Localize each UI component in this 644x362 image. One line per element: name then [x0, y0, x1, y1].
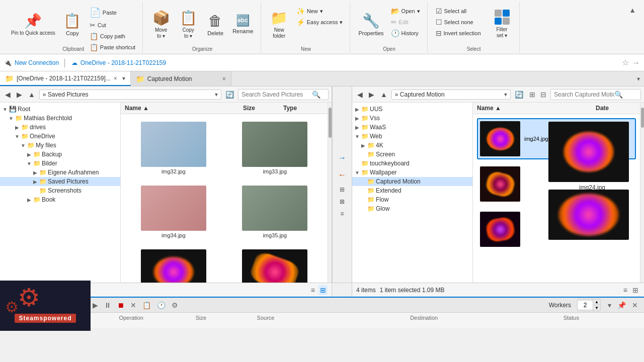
filter-set-button[interactable]: Filterset ▾	[489, 4, 515, 44]
file-item-img32[interactable]: img32.jpg	[125, 118, 222, 178]
list-button[interactable]: ≡	[338, 209, 346, 218]
new-button[interactable]: ✨ New ▾	[293, 6, 346, 16]
right-refresh-button[interactable]: 🔄	[513, 89, 525, 100]
file-item-img24[interactable]: img24.jpg	[125, 246, 222, 283]
tree-item-extended[interactable]: 📁 Extended	[352, 186, 472, 195]
transfer-queue-list-button[interactable]: 📋	[140, 300, 153, 310]
copy-button[interactable]: 📋 Copy	[59, 4, 86, 44]
transfer-pause-button[interactable]: ⏸	[102, 300, 113, 310]
queue-close-button[interactable]: ✕	[630, 300, 640, 310]
file-item-img34[interactable]: img34.jpg	[125, 182, 222, 242]
queue-expand-button[interactable]: ▾	[606, 300, 613, 310]
new-folder-button[interactable]: 📁 Newfolder	[266, 4, 292, 44]
workers-up-button[interactable]: ▲	[593, 299, 600, 305]
tree-item-vss[interactable]: ▶ 📁 Vss	[352, 114, 472, 123]
tree-item-wallpaper[interactable]: ▼ 📁 Wallpaper	[352, 168, 472, 177]
left-search-icon[interactable]: 🔍	[312, 90, 320, 99]
right-breadcrumb[interactable]: » Captured Motion ▾	[391, 89, 511, 100]
open-dropdown-button[interactable]: 📂 Open ▾	[388, 6, 423, 16]
right-tab[interactable]: 📁 Captured Motion ×	[131, 71, 231, 86]
file-item-img25[interactable]: img25.jpg	[226, 246, 324, 283]
left-breadcrumb[interactable]: » Saved Pictures ▾	[39, 89, 221, 100]
right-search-icon[interactable]: 🔍	[614, 90, 623, 99]
right-back-button[interactable]: ◀	[355, 89, 365, 100]
easy-access-button[interactable]: ⚡ Easy access ▾	[293, 17, 346, 27]
right-tab-close[interactable]: ×	[222, 75, 226, 82]
right-forward-button[interactable]: ▶	[367, 89, 376, 100]
left-up-button[interactable]: ▲	[26, 89, 37, 100]
select-all-button[interactable]: ☑ Select all	[433, 6, 484, 16]
tree-item-eigene[interactable]: ▶ 📁 Eigene Aufnahmen	[0, 168, 120, 177]
tree-item-captured-motion[interactable]: 📁 Captured Motion	[352, 177, 472, 186]
transfer-left-button[interactable]: ←	[335, 168, 349, 182]
left-grid-view-button[interactable]: ⊞	[318, 285, 328, 295]
transfer-settings-button[interactable]: ⚙	[170, 300, 180, 310]
workers-input[interactable]	[578, 301, 593, 309]
edit-button[interactable]: ✏ Edit	[388, 17, 423, 27]
transfer-stop-button[interactable]: ⏹	[115, 300, 126, 310]
left-scrollbar[interactable]	[328, 103, 332, 283]
right-list-view-button[interactable]: ≡	[622, 285, 629, 295]
file-item-img33[interactable]: img33.jpg	[226, 118, 324, 178]
tree-item-screenshots[interactable]: 📁 Screenshots	[0, 186, 120, 195]
left-refresh-button[interactable]: 🔄	[223, 89, 236, 100]
tree-item-waas[interactable]: ▶ 📁 WaaS	[352, 123, 472, 132]
file-item-img35[interactable]: img35.jpg	[226, 182, 324, 242]
tree-item-web[interactable]: ▼ 📁 Web	[352, 132, 472, 141]
new-connection-button[interactable]: 🔌 New Connection	[4, 59, 59, 66]
cut-button[interactable]: ✂ Cut	[87, 20, 138, 30]
ribbon-collapse-button[interactable]: ▲	[627, 4, 638, 16]
tree-item-book[interactable]: ▶ 📁 Book	[0, 195, 120, 204]
right-scrollbar[interactable]	[640, 103, 644, 283]
right-up-button[interactable]: ▲	[378, 89, 389, 100]
tree-item-screen[interactable]: 📁 Screen	[352, 150, 472, 159]
tree-item-saved-pictures[interactable]: ▶ 📁 Saved Pictures	[0, 177, 120, 186]
copy-path-button[interactable]: 📋 Copy path	[87, 31, 138, 41]
left-back-button[interactable]: ◀	[3, 89, 13, 100]
properties-button[interactable]: 🔧 Properties	[355, 4, 386, 44]
right-search-input[interactable]	[554, 91, 614, 98]
right-view-toggle[interactable]: ⊞	[527, 89, 537, 100]
tree-item-onedrive[interactable]: ▼ 📁 OneDrive	[0, 132, 120, 141]
transfer-schedule-button[interactable]: 🕐	[155, 300, 168, 310]
left-tab-expand[interactable]: ▾	[122, 75, 125, 82]
invert-selection-button[interactable]: ⊟ Invert selection	[433, 28, 484, 38]
queue-pin-button[interactable]: 📌	[615, 300, 628, 310]
workers-down-button[interactable]: ▼	[593, 305, 600, 311]
tree-item-backup[interactable]: ▶ 📁 Backup	[0, 150, 120, 159]
tree-item-glow[interactable]: 📁 Glow	[352, 204, 472, 213]
sync-button[interactable]: ⊠	[338, 197, 347, 206]
tree-item-myfiles[interactable]: ▼ 📁 My files	[0, 141, 120, 150]
tree-item-uus[interactable]: ▶ 📁 UUS	[352, 105, 472, 114]
pin-to-quick-button[interactable]: 📌 Pin to Quick access	[8, 4, 58, 44]
onedrive-nav-item[interactable]: ☁ OneDrive - 2018-11-21T022159	[71, 59, 166, 66]
copy-to-button[interactable]: 📋 Copyto ▾	[175, 4, 201, 44]
history-button[interactable]: 🕐 History	[388, 28, 423, 38]
paste-button[interactable]: 📄 Paste	[87, 6, 138, 19]
move-to-button[interactable]: 📦 Moveto ▾	[148, 4, 174, 44]
tree-item-bilder[interactable]: ▼ 📁 Bilder	[0, 159, 120, 168]
select-none-button[interactable]: ☐ Select none	[433, 17, 484, 27]
left-tab-close[interactable]: ×	[114, 75, 117, 82]
right-grid-view-button[interactable]: ⊞	[631, 285, 640, 295]
tree-item-root[interactable]: ▼ 💾 Root	[0, 105, 120, 114]
transfer-forward-button[interactable]: ▶	[91, 300, 100, 310]
delete-button[interactable]: 🗑 Delete	[202, 4, 228, 44]
left-search-input[interactable]	[242, 91, 312, 98]
tree-item-flow[interactable]: 📁 Flow	[352, 195, 472, 204]
compare-button[interactable]: ⊞	[338, 185, 347, 194]
tree-item-mathias[interactable]: ▼ 📁 Mathias Berchtold	[0, 114, 120, 123]
tabs-expand-button[interactable]: ▾	[633, 71, 644, 86]
transfer-right-button[interactable]: →	[335, 151, 349, 165]
left-list-view-button[interactable]: ≡	[309, 285, 316, 295]
right-sort-button[interactable]: ⊟	[538, 89, 548, 100]
tree-item-touchkeyboard[interactable]: 📁 touchkeyboard	[352, 159, 472, 168]
transfer-cancel-button[interactable]: ✕	[128, 300, 138, 310]
nav-arrow-button[interactable]: →	[632, 58, 640, 67]
tree-item-drives[interactable]: ▶ 📁 drives	[0, 123, 120, 132]
tree-item-4k[interactable]: ▶ 📁 4K	[352, 141, 472, 150]
rename-button[interactable]: 🔤 Rename	[229, 4, 257, 44]
left-forward-button[interactable]: ▶	[15, 89, 24, 100]
left-tab[interactable]: 📁 [OneDrive - 2018-11-21T022159]... × ▾	[0, 71, 131, 86]
nav-star-button[interactable]: ☆	[622, 58, 629, 67]
